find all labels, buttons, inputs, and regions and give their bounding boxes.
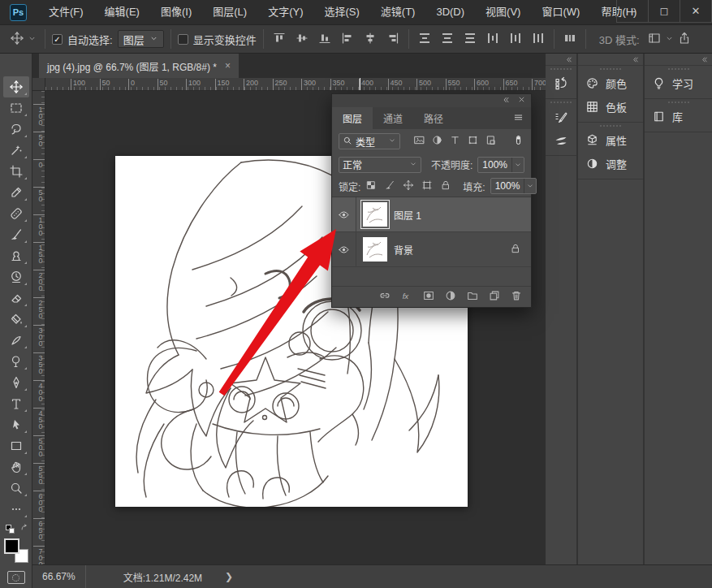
fx-button[interactable]: fx [400,289,413,305]
align-vertical-center-button[interactable] [294,30,310,49]
lock-artboard-button[interactable] [421,179,433,193]
filter-shape-filter-button[interactable] [467,134,479,149]
auto-select-checkbox[interactable] [52,34,63,45]
adjustment-button[interactable] [444,289,457,305]
share-icon[interactable] [676,30,693,49]
brush-tool[interactable] [3,224,29,245]
dodge-tool[interactable] [3,351,29,372]
brush-settings-panel-button[interactable] [546,105,576,128]
tab-close-icon[interactable]: × [225,60,231,71]
filter-smart-object-filter-button[interactable] [485,134,497,149]
dock-collapse-header[interactable] [645,54,712,66]
foreground-color-swatch[interactable] [4,538,19,554]
filter-toggle-switch[interactable] [512,134,524,149]
align-left-button[interactable] [339,30,356,49]
auto-select-target-dropdown[interactable]: 图层 [118,30,164,48]
lasso-tool[interactable] [3,119,29,140]
lock-all-button[interactable] [440,179,451,193]
menu-item-4[interactable]: 文字(Y) [257,0,313,24]
layer-name[interactable]: 背景 [394,243,413,257]
menu-item-3[interactable]: 图层(L) [202,0,257,24]
panel-menu-button[interactable] [512,111,524,126]
link-button[interactable] [378,289,391,305]
opacity-field[interactable]: 100% [477,157,524,173]
document-tab[interactable]: jpg (4).jpg @ 66.7% (图层 1, RGB/8#) * × [39,54,239,78]
panel-button-调整[interactable]: 调整 [578,152,643,175]
type-tool[interactable] [3,393,29,414]
menu-item-0[interactable]: 文件(F) [38,0,94,24]
layer-visibility-toggle[interactable] [332,232,356,266]
distribute-vertical-center-button[interactable] [439,30,455,49]
fill-field[interactable]: 100% [490,178,537,194]
dock-collapse-header[interactable] [578,54,643,66]
panel-button-属性[interactable]: 属性 [578,128,643,152]
minimize-button[interactable]: – [616,0,649,23]
distribute-spacing-button[interactable] [562,30,578,49]
menu-item-2[interactable]: 图像(I) [150,0,202,24]
smudge-tool[interactable] [3,330,29,351]
zoom-level-field[interactable]: 66.67% [32,565,86,588]
brushes-panel-button[interactable] [546,128,576,152]
menu-item-7[interactable]: 3D(D) [425,0,475,24]
distribute-right-button[interactable] [530,30,546,49]
menu-item-1[interactable]: 编辑(E) [94,0,150,24]
panel-tab-2[interactable]: 路径 [413,107,454,129]
distribute-left-button[interactable] [485,30,501,49]
panel-tab-1[interactable]: 通道 [373,107,413,129]
status-options-chevron[interactable]: ❯ [225,571,233,582]
filter-image-filter-button[interactable] [413,134,425,149]
lock-transparent-button[interactable] [365,179,377,193]
trash-button[interactable] [510,289,523,305]
layer-filter-dropdown[interactable]: 类型 [339,133,400,149]
show-transform-checkbox[interactable] [178,34,188,45]
paint-bucket-tool[interactable] [3,309,29,330]
blend-mode-dropdown[interactable]: 正常 [339,157,421,173]
history-brush-tool[interactable] [3,266,29,288]
move-tool[interactable] [3,76,29,97]
history-panel-button[interactable] [546,71,576,95]
panel-button-库[interactable]: 库 [645,105,712,128]
filter-type-filter-button[interactable] [449,134,461,149]
layer-thumbnail[interactable] [363,237,387,262]
align-right-button[interactable] [385,30,401,49]
path-selection-tool[interactable] [3,414,29,435]
panel-tab-0[interactable]: 图层 [332,107,373,129]
swap-colors-icon[interactable] [19,523,28,532]
menu-item-6[interactable]: 滤镜(T) [370,0,426,24]
panel-button-色板[interactable]: 色板 [578,95,643,119]
lock-move-button[interactable] [403,179,414,193]
crop-tool[interactable] [3,161,29,182]
clone-stamp-tool[interactable] [3,245,29,266]
chevron-down-icon[interactable] [27,32,37,46]
distribute-bottom-button[interactable] [462,30,478,49]
edit-toolbar[interactable] [3,499,29,520]
align-top-button[interactable] [271,30,287,49]
align-horizontal-center-button[interactable] [362,30,378,49]
ruler-origin-box[interactable] [32,78,45,91]
pen-tool[interactable] [3,372,29,393]
rectangle-tool[interactable] [3,435,29,456]
filter-adjustment-filter-button[interactable] [431,134,443,149]
align-bottom-button[interactable] [317,30,333,49]
layer-thumbnail[interactable] [363,202,387,227]
mask-button[interactable] [422,289,435,305]
panel-button-颜色[interactable]: 颜色 [578,71,643,95]
eyedropper-tool[interactable] [3,182,29,203]
dock-collapse-header[interactable] [546,54,576,66]
maximize-button[interactable]: ◻ [648,0,680,23]
eraser-tool[interactable] [3,288,29,309]
quick-selection-tool[interactable] [3,140,29,161]
layer-visibility-toggle[interactable] [332,197,356,231]
spot-healing-brush-tool[interactable] [3,203,29,224]
chevron-down-icon[interactable] [664,32,675,46]
menu-item-8[interactable]: 视图(V) [475,0,531,24]
menu-item-9[interactable]: 窗口(W) [531,0,590,24]
new-layer-button[interactable] [488,289,501,305]
panel-button-学习[interactable]: 学习 [645,71,712,95]
folder-button[interactable] [466,289,479,305]
distribute-top-button[interactable] [416,30,433,49]
close-button[interactable]: ✕ [680,0,712,23]
hand-tool[interactable] [3,456,29,478]
lock-paint-button[interactable] [384,179,395,193]
collapse-panel-icon[interactable] [501,95,511,107]
